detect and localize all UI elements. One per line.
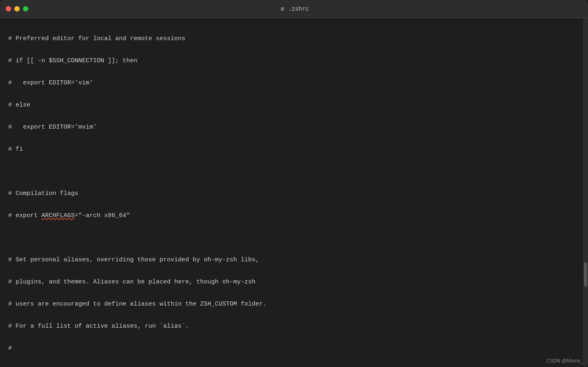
maximize-button[interactable]	[23, 6, 28, 11]
content-area: # Preferred editor for local and remote …	[0, 18, 588, 367]
window: ▤ .zshrc # Preferred editor for local an…	[0, 0, 588, 367]
line-4: # else	[8, 100, 575, 111]
watermark: CSDN @Morris_	[546, 358, 583, 364]
traffic-lights	[6, 6, 28, 11]
scrollbar-thumb[interactable]	[584, 262, 587, 287]
line-14: # For a full list of active aliases, run…	[8, 321, 575, 332]
line-10	[8, 232, 575, 243]
scrollbar[interactable]	[583, 18, 588, 367]
line-11: # Set personal aliases, overriding those…	[8, 254, 575, 265]
minimize-button[interactable]	[14, 6, 20, 11]
file-icon: ▤	[279, 6, 286, 12]
line-12: # plugins, and themes. Aliases can be pl…	[8, 276, 575, 288]
close-button[interactable]	[6, 6, 11, 11]
line-15: #	[8, 343, 575, 354]
line-1: # Preferred editor for local and remote …	[8, 33, 575, 44]
line-8: # Compilation flags	[8, 188, 575, 199]
line-3: # export EDITOR='vim'	[8, 77, 575, 88]
line-7	[8, 166, 575, 177]
line-6: # fi	[8, 144, 575, 155]
line-13: # users are encouraged to define aliases…	[8, 299, 575, 310]
line-9: # export ARCHFLAGS="-arch x86_64"	[8, 210, 575, 221]
line-5: # export EDITOR='mvim'	[8, 122, 575, 133]
titlebar-title: ▤ .zshrc	[279, 6, 309, 12]
titlebar: ▤ .zshrc	[0, 0, 588, 18]
editor[interactable]: # Preferred editor for local and remote …	[0, 18, 583, 367]
line-16: # Example aliases	[8, 365, 575, 367]
line-2: # if [[ -n $SSH_CONNECTION ]]; then	[8, 55, 575, 66]
window-title: .zshrc	[288, 6, 309, 12]
